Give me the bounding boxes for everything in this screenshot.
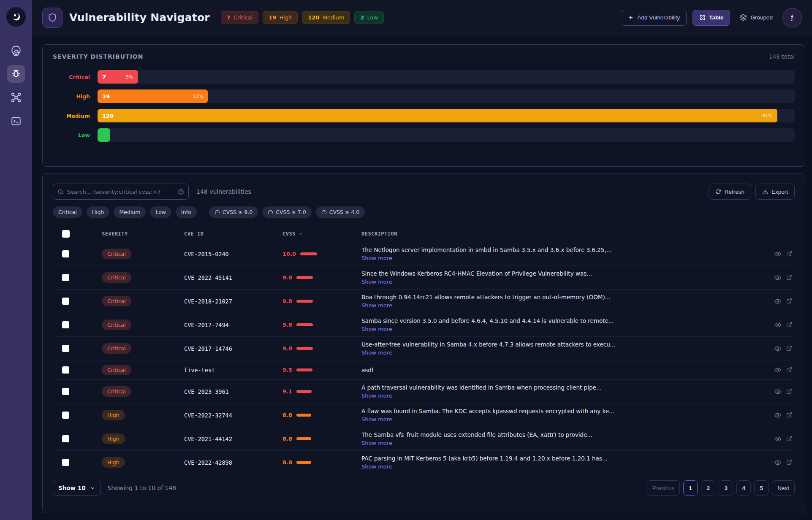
external-link-icon[interactable] <box>786 412 792 419</box>
view-grouped-button[interactable]: Grouped <box>736 10 777 26</box>
robot-avatar-icon <box>788 14 796 22</box>
show-more-link[interactable]: Show more <box>361 349 392 356</box>
row-actions <box>771 436 795 442</box>
view-eye-icon[interactable] <box>774 388 781 395</box>
row-actions <box>771 274 795 281</box>
cvss-cell: 9.8 <box>282 298 361 304</box>
page-button-1[interactable]: 1 <box>683 480 698 496</box>
description-text: asdf <box>361 367 767 374</box>
severity-pill: Critical <box>102 365 131 375</box>
page-button-3[interactable]: 3 <box>719 480 733 496</box>
gauge-icon <box>268 209 273 215</box>
page-size-select[interactable]: Show 10 <box>53 481 101 496</box>
view-eye-icon[interactable] <box>774 298 781 305</box>
page-button-4[interactable]: 4 <box>736 480 751 496</box>
external-link-icon[interactable] <box>786 345 792 352</box>
external-link-icon[interactable] <box>786 298 792 305</box>
next-page-button[interactable]: Next <box>772 480 795 496</box>
row-checkbox[interactable] <box>62 250 69 257</box>
row-checkbox[interactable] <box>62 388 69 395</box>
col-cvss[interactable]: CVSS <box>282 231 361 237</box>
view-eye-icon[interactable] <box>774 367 781 374</box>
refresh-icon <box>715 189 721 195</box>
view-eye-icon[interactable] <box>774 412 781 419</box>
show-more-link[interactable]: Show more <box>361 302 392 309</box>
app-logo[interactable] <box>6 7 26 27</box>
description-cell: A path traversal vulnerability was ident… <box>361 384 771 399</box>
show-more-link[interactable]: Show more <box>361 326 392 332</box>
severity-pill: High <box>102 457 125 468</box>
search-input[interactable] <box>67 189 174 195</box>
plus-icon <box>627 14 634 21</box>
sidebar-item-radar[interactable] <box>7 41 25 59</box>
add-vulnerability-button[interactable]: Add Vulnerability <box>621 10 687 26</box>
badge-medium: 120 Medium <box>302 11 350 24</box>
external-link-icon[interactable] <box>786 367 792 374</box>
page-button-2[interactable]: 2 <box>701 480 715 496</box>
cvss-bar <box>296 414 311 417</box>
show-more-link[interactable]: Show more <box>361 416 392 422</box>
show-more-link[interactable]: Show more <box>361 255 392 261</box>
view-eye-icon[interactable] <box>774 322 781 328</box>
show-more-link[interactable]: Show more <box>361 463 392 470</box>
show-more-link[interactable]: Show more <box>361 279 392 285</box>
row-actions <box>771 251 795 257</box>
view-eye-icon[interactable] <box>774 274 781 281</box>
view-eye-icon[interactable] <box>774 436 781 442</box>
description-cell: Samba since version 3.5.0 and before 4.6… <box>361 317 771 332</box>
sidebar-item-drone[interactable] <box>7 89 25 106</box>
select-all-checkbox[interactable] <box>62 230 70 238</box>
row-checkbox[interactable] <box>62 298 69 305</box>
cvss-bar <box>296 347 313 350</box>
page-button-5[interactable]: 5 <box>754 480 769 496</box>
filter-cvss-7[interactable]: CVSS ≥ 7.0 <box>262 206 311 218</box>
row-checkbox[interactable] <box>62 459 69 466</box>
previous-page-button[interactable]: Previous <box>647 480 680 496</box>
refresh-button[interactable]: Refresh <box>709 184 751 200</box>
filter-cvss-9[interactable]: CVSS ≥ 9.0 <box>209 206 258 218</box>
description-cell: Since the Windows Kerberos RC4-HMAC Elev… <box>361 270 771 285</box>
cvss-value: 9.1 <box>282 388 292 395</box>
filter-cvss-4[interactable]: CVSS ≥ 4.0 <box>316 206 365 218</box>
cve-id: CVE-2015-0240 <box>184 251 282 257</box>
vulnerabilities-panel: 148 vulnerabilities Refresh Export Criti… <box>42 173 805 513</box>
sidebar-item-terminal[interactable] <box>7 112 25 130</box>
row-checkbox[interactable] <box>62 435 69 442</box>
row-checkbox[interactable] <box>62 345 69 352</box>
sidebar-item-vulnerabilities[interactable] <box>7 65 25 83</box>
cvss-cell: 9.8 <box>282 274 361 281</box>
description-text: A path traversal vulnerability was ident… <box>361 384 767 391</box>
row-actions <box>771 388 795 395</box>
external-link-icon[interactable] <box>786 274 792 281</box>
external-link-icon[interactable] <box>786 322 792 328</box>
cvss-cell: 10.0 <box>282 251 361 257</box>
external-link-icon[interactable] <box>786 251 792 257</box>
cvss-value: 9.8 <box>282 298 292 304</box>
view-eye-icon[interactable] <box>774 459 781 466</box>
search-help-icon[interactable] <box>178 189 184 195</box>
cvss-value: 8.8 <box>282 436 292 442</box>
row-checkbox[interactable] <box>62 321 69 328</box>
filter-info[interactable]: Info <box>176 206 197 218</box>
export-button[interactable]: Export <box>755 184 795 200</box>
row-checkbox[interactable] <box>62 274 69 281</box>
external-link-icon[interactable] <box>786 388 792 395</box>
row-checkbox[interactable] <box>62 366 69 374</box>
filter-low[interactable]: Low <box>150 206 171 218</box>
cvss-cell: 9.1 <box>282 388 361 395</box>
show-more-link[interactable]: Show more <box>361 393 392 399</box>
external-link-icon[interactable] <box>786 436 792 442</box>
distribution-row-high: High 19 13% <box>53 89 795 103</box>
external-link-icon[interactable] <box>786 459 792 466</box>
filter-high[interactable]: High <box>87 206 110 218</box>
view-eye-icon[interactable] <box>774 345 781 352</box>
view-eye-icon[interactable] <box>774 251 781 257</box>
show-more-link[interactable]: Show more <box>361 440 392 446</box>
filter-critical[interactable]: Critical <box>53 206 82 218</box>
user-avatar[interactable] <box>782 8 802 27</box>
cvss-bar <box>296 461 311 464</box>
row-checkbox[interactable] <box>62 412 69 419</box>
cvss-bar <box>296 276 313 279</box>
view-table-button[interactable]: Table <box>693 10 730 26</box>
filter-medium[interactable]: Medium <box>114 206 146 218</box>
